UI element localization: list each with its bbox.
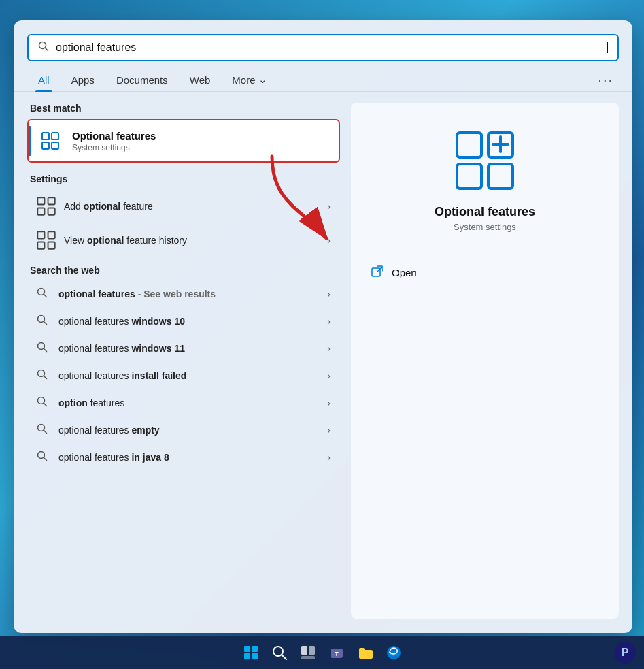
taskbar-edge-button[interactable] [382, 640, 406, 665]
right-panel-title: Optional features [435, 205, 535, 219]
tab-more[interactable]: More ⌄ [221, 68, 277, 91]
svg-rect-7 [37, 208, 44, 215]
svg-line-23 [44, 404, 47, 406]
tab-web[interactable]: Web [179, 69, 222, 91]
web-item-text-3: optional features windows 11 [58, 343, 327, 354]
best-match-text: Optional features System settings [72, 130, 329, 152]
right-panel-subtitle: System settings [454, 222, 516, 232]
main-content: Best match Optional features System sett… [14, 92, 632, 630]
right-panel: Optional features System settings Open [351, 103, 619, 619]
right-panel-divider [365, 246, 605, 246]
chevron-right-icon-web4: › [327, 370, 331, 381]
chevron-right-icon-web6: › [327, 425, 331, 436]
search-input-text: optional features [56, 42, 606, 54]
taskbar-files-button[interactable] [353, 640, 377, 665]
chevron-right-icon: › [327, 201, 331, 212]
svg-line-21 [44, 376, 47, 379]
add-optional-feature-text: Add optional feature [64, 201, 327, 212]
web-item-text-2: optional features windows 10 [58, 316, 327, 327]
svg-rect-28 [457, 133, 481, 157]
svg-rect-37 [244, 646, 250, 652]
chevron-right-icon-web1: › [327, 289, 331, 299]
svg-rect-6 [37, 197, 44, 204]
svg-line-1 [46, 48, 48, 51]
chevron-right-icon-2: › [327, 235, 331, 246]
tab-documents[interactable]: Documents [105, 69, 179, 91]
web-item-1[interactable]: optional features - See web results › [27, 281, 340, 307]
web-item-4[interactable]: optional features install failed › [27, 363, 340, 389]
svg-rect-30 [488, 164, 513, 189]
web-item-text-5: option features [58, 397, 327, 408]
taskbar-search-button[interactable] [267, 640, 292, 665]
taskbar-windows-button[interactable] [239, 640, 263, 665]
web-item-3[interactable]: optional features windows 11 › [27, 336, 340, 361]
settings-section-label: Settings [27, 174, 340, 184]
tab-all[interactable]: All [27, 69, 61, 91]
svg-rect-2 [42, 133, 49, 140]
web-item-text-7: optional features in java 8 [58, 452, 327, 463]
web-item-text-6: optional features empty [58, 425, 327, 436]
tab-more-label: More [232, 74, 255, 86]
taskbar: T P [0, 636, 644, 669]
svg-rect-5 [52, 133, 58, 140]
web-item-text-1: optional features - See web results [58, 289, 327, 299]
taskbar-taskview-button[interactable] [296, 640, 320, 665]
search-bar-container: optional features [14, 20, 632, 61]
chevron-right-icon-web2: › [327, 316, 331, 327]
svg-rect-8 [48, 208, 55, 215]
svg-rect-3 [42, 142, 49, 149]
svg-rect-40 [252, 653, 258, 659]
open-label: Open [392, 267, 417, 278]
best-match-item[interactable]: Optional features System settings [27, 119, 340, 163]
search-icon [38, 41, 49, 54]
web-search-icon-6 [37, 423, 50, 437]
add-feature-icon [37, 197, 56, 216]
tab-apps[interactable]: Apps [61, 69, 105, 91]
svg-line-15 [44, 295, 47, 297]
settings-item-history[interactable]: View optional feature history › [27, 224, 340, 257]
optional-features-icon [38, 129, 63, 153]
svg-rect-13 [48, 231, 55, 238]
right-panel-feature-icon [454, 130, 515, 191]
best-match-subtitle: System settings [72, 143, 329, 152]
chevron-right-icon-web5: › [327, 397, 331, 408]
chevron-right-icon-web7: › [327, 452, 331, 463]
svg-line-42 [282, 655, 286, 660]
left-accent [29, 126, 31, 156]
svg-rect-38 [252, 646, 258, 652]
svg-rect-29 [457, 164, 481, 189]
web-item-7[interactable]: optional features in java 8 › [27, 444, 340, 470]
web-search-icon-5 [37, 396, 50, 410]
svg-line-25 [44, 431, 47, 434]
search-bar[interactable]: optional features [27, 34, 619, 61]
svg-rect-9 [48, 197, 55, 204]
best-match-title: Optional features [72, 130, 329, 142]
web-search-icon-3 [37, 342, 50, 355]
web-item-6[interactable]: optional features empty › [27, 417, 340, 443]
settings-item-add[interactable]: Add optional feature › [27, 190, 340, 223]
web-item-text-4: optional features install failed [58, 370, 327, 381]
open-icon [371, 265, 385, 279]
svg-rect-10 [37, 231, 44, 238]
svg-rect-11 [37, 242, 44, 249]
taskbar-teams-button[interactable]: T [324, 640, 349, 665]
web-search-icon-2 [37, 314, 50, 328]
svg-rect-39 [244, 653, 250, 659]
web-item-2[interactable]: optional features windows 10 › [27, 308, 340, 334]
taskbar-p-badge: P [614, 642, 636, 664]
text-cursor [607, 42, 608, 53]
svg-line-27 [44, 458, 47, 461]
svg-line-19 [44, 349, 47, 352]
open-action[interactable]: Open [365, 260, 605, 284]
web-search-icon-4 [37, 369, 50, 382]
web-section-label: Search the web [27, 265, 340, 276]
tabs-overflow-button[interactable]: ··· [592, 69, 619, 91]
svg-rect-12 [48, 242, 55, 249]
svg-line-17 [44, 322, 47, 325]
svg-rect-45 [301, 656, 315, 659]
svg-rect-43 [301, 646, 307, 655]
svg-text:T: T [335, 651, 339, 657]
view-optional-feature-text: View optional feature history [64, 235, 327, 246]
svg-rect-4 [52, 142, 58, 149]
web-item-5[interactable]: option features › [27, 390, 340, 416]
